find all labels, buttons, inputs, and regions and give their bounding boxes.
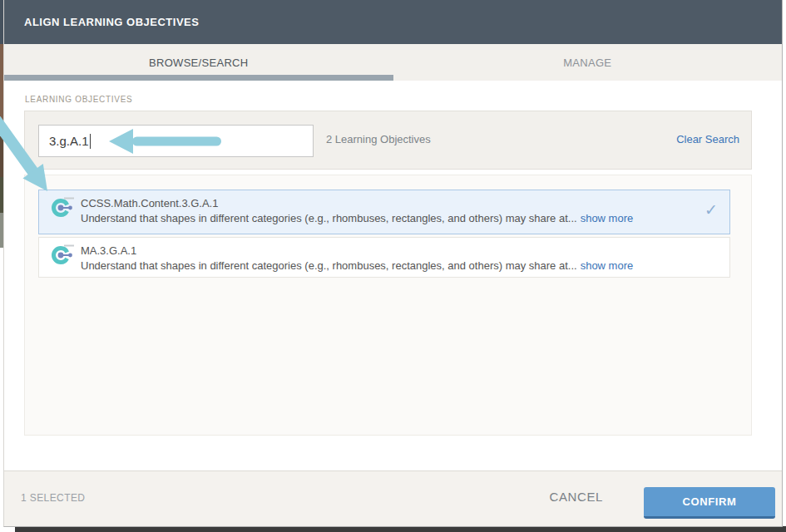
confirm-button[interactable]: CONFIRM — [644, 487, 775, 519]
learning-objective-icon — [52, 244, 75, 267]
text-caret — [90, 134, 91, 149]
learning-objectives-section-label: LEARNING OBJECTIVES — [25, 95, 132, 104]
objective-code: MA.3.G.A.1 — [81, 244, 719, 259]
dialog-title: ALIGN LEARNING OBJECTIVES — [24, 16, 199, 28]
tab-manage[interactable]: MANAGE — [393, 44, 783, 81]
annotation-arrow-diagonal-icon — [0, 115, 62, 202]
modal-bottom-shadow — [15, 526, 786, 532]
align-learning-objectives-dialog: ALIGN LEARNING OBJECTIVES BROWSE/SEARCH … — [3, 0, 783, 527]
objective-code: CCSS.Math.Content.3.G.A.1 — [81, 196, 719, 211]
selected-check-icon: ✓ — [704, 200, 718, 219]
objective-description: Understand that shapes in different cate… — [81, 259, 719, 273]
show-more-link[interactable]: show more — [581, 212, 634, 224]
selected-count-text: 1 SELECTED — [21, 492, 85, 504]
results-list: CCSS.Math.Content.3.G.A.1 Understand tha… — [24, 175, 752, 436]
clear-search-link[interactable]: Clear Search — [676, 133, 739, 145]
cancel-button[interactable]: CANCEL — [550, 490, 603, 504]
dialog-header: ALIGN LEARNING OBJECTIVES — [4, 0, 782, 44]
dialog-footer: 1 SELECTED CANCEL CONFIRM — [4, 470, 782, 526]
active-tab-underline — [4, 75, 393, 81]
result-count-text: 2 Learning Objectives — [326, 133, 431, 145]
objective-description: Understand that shapes in different cate… — [81, 211, 719, 225]
tab-manage-label: MANAGE — [563, 57, 611, 69]
annotation-arrow-horizontal-icon — [105, 125, 226, 158]
objective-row-ccss[interactable]: CCSS.Math.Content.3.G.A.1 Understand tha… — [38, 190, 730, 234]
tab-browse-search-label: BROWSE/SEARCH — [149, 57, 248, 69]
show-more-link[interactable]: show more — [581, 259, 634, 272]
objective-row-ma[interactable]: MA.3.G.A.1 Understand that shapes in dif… — [38, 237, 730, 278]
